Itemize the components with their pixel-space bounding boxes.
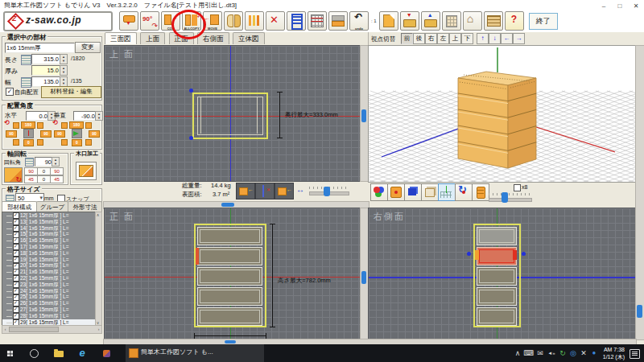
parts-list-item[interactable]: ✓13[ 1x6 15mm厚 ] L=: [2, 219, 96, 225]
cabinet-outline-front[interactable]: [194, 224, 266, 327]
material-view-button[interactable]: [472, 183, 489, 201]
quick-rotate-90-button[interactable]: 90: [24, 167, 38, 175]
parts-list-item[interactable]: ✓28[ 1x6 15mm厚 ] L=: [2, 313, 96, 319]
active-app-task-button[interactable]: 簡単木工作図ソフト も...: [126, 344, 264, 362]
tab-group[interactable]: グループ: [36, 201, 68, 212]
vertical-angle-dial[interactable]: ⟲ 180 90 90 0: [53, 121, 99, 145]
rotate-down-arrow[interactable]: ↓: [489, 33, 501, 44]
right-vscrollbar[interactable]: [635, 45, 644, 340]
part-outline-top[interactable]: [192, 93, 268, 139]
tray-mail-icon[interactable]: ✉: [535, 344, 546, 362]
start-button[interactable]: [0, 344, 19, 362]
exit-button[interactable]: 終了: [529, 13, 558, 30]
clock[interactable]: AM 7:38 1/12 (木): [589, 346, 625, 360]
internet-explorer-button[interactable]: e: [72, 344, 92, 362]
floor-grid-button[interactable]: [438, 183, 456, 201]
cortana-search-button[interactable]: [24, 344, 43, 362]
dial-90-left-button[interactable]: 90: [6, 130, 17, 138]
rotate-left-arrow[interactable]: ←: [501, 33, 513, 44]
drawer-front[interactable]: [197, 267, 262, 286]
part-name-field[interactable]: 1x6 15mm厚: [5, 43, 75, 53]
viewpoint-top-button[interactable]: 上: [449, 33, 461, 44]
drag-handle-left[interactable]: [475, 250, 479, 260]
dial-corner-button[interactable]: [85, 122, 92, 129]
rotate-up-arrow[interactable]: ↑: [477, 33, 489, 44]
undo-button[interactable]: undo: [349, 11, 369, 31]
free-place-checkbox[interactable]: ✓: [6, 88, 14, 96]
change-part-button[interactable]: 変更: [75, 42, 101, 53]
dial-corner-button[interactable]: [61, 139, 68, 146]
quick-rotate-45-button[interactable]: 45: [50, 175, 64, 183]
dial-0-button[interactable]: 0: [23, 139, 34, 146]
tray-close-icon[interactable]: ✕: [578, 344, 589, 362]
viewpoint-bottom-button[interactable]: 下: [461, 33, 473, 44]
side-view-canvas[interactable]: 右側面: [368, 208, 637, 340]
length-field[interactable]: 315.0: [31, 54, 61, 64]
thickness-stepper[interactable]: ▲▼: [60, 65, 68, 76]
dial-corner-button[interactable]: [13, 139, 19, 146]
dial-90-right-button[interactable]: 90: [89, 130, 100, 138]
dial-corner-button[interactable]: [37, 122, 43, 129]
parts-list[interactable]: ✓12[ 1x6 15mm厚 ] L= ✓13[ 1x6 15mm厚 ] L= …: [2, 212, 97, 326]
top-view-hscroll-handle[interactable]: [221, 203, 234, 207]
help-button[interactable]: [505, 11, 524, 31]
width-calc-icon[interactable]: [21, 77, 31, 88]
mirror-flip-button[interactable]: [224, 11, 243, 31]
rotate-right-arrow[interactable]: →: [513, 33, 525, 44]
tab-outline-dims[interactable]: 外形寸法: [68, 201, 102, 212]
selection-handle-dot[interactable]: [189, 136, 193, 140]
cabinet-outline-side[interactable]: [473, 224, 521, 327]
dial-corner-button[interactable]: [37, 139, 43, 146]
measure-button[interactable]: [387, 183, 405, 201]
parts-list-item[interactable]: ✓24[ 1x6 15mm厚 ] L=: [2, 288, 96, 294]
3d-zoom-slider-handle[interactable]: [502, 192, 508, 203]
copy-all-button[interactable]: ALLCOPY: [182, 11, 201, 31]
dial-0-button[interactable]: 0: [72, 139, 82, 146]
dial-90-right-button[interactable]: 90: [40, 130, 52, 138]
quick-rotate-90-button[interactable]: 90: [50, 167, 64, 175]
tab-part-structure[interactable]: 部材構成: [2, 201, 37, 212]
tab-right-side-view[interactable]: 右側面: [197, 32, 229, 44]
dial-180-button[interactable]: 180: [69, 121, 84, 129]
edge-processing-button[interactable]: [76, 162, 97, 180]
zoom-slider-handle[interactable]: [324, 187, 330, 196]
top-view-canvas[interactable]: 上 面 奥行最大=333.0mm: [104, 45, 361, 182]
parts-list-item[interactable]: ✓18[ 1x6 15mm厚 ] L=: [2, 250, 96, 257]
drawer-front[interactable]: [197, 307, 262, 326]
thickness-field[interactable]: 15.0: [31, 65, 61, 76]
solid-render-button[interactable]: [404, 183, 422, 201]
new-file-button[interactable]: [379, 11, 398, 31]
viewpoint-left-button[interactable]: 左: [437, 33, 449, 44]
tab-3d-view[interactable]: 立体図: [233, 32, 265, 44]
tray-sync-icon[interactable]: ↻: [557, 344, 568, 362]
parts-list-item[interactable]: ✓15[ 1x6 15mm厚 ] L=: [2, 231, 96, 237]
3d-zoom-slider-track[interactable]: [489, 198, 532, 202]
length-calc-icon[interactable]: [21, 55, 31, 65]
scroll-right-arrow[interactable]: ›: [97, 327, 101, 331]
tab-top-view[interactable]: 上面: [140, 32, 165, 44]
place-part-button[interactable]: [119, 11, 138, 31]
tray-volume-icon[interactable]: ◄»: [546, 344, 557, 362]
right-vscroll-handle[interactable]: [637, 305, 642, 318]
front-view-vscroll-handle[interactable]: [361, 271, 366, 284]
selected-drawer-side[interactable]: [477, 247, 517, 265]
delete-button[interactable]: [266, 11, 285, 31]
scroll-left-arrow[interactable]: ‹: [3, 327, 7, 331]
open-button[interactable]: [421, 11, 440, 31]
length-stepper[interactable]: ▲▼: [60, 54, 68, 64]
project-library-button[interactable]: [442, 11, 461, 31]
rotate-90-button[interactable]: 90°: [140, 11, 159, 31]
move-button[interactable]: MOVE: [203, 11, 222, 31]
home-button[interactable]: [463, 11, 482, 31]
dimension-arrows-icon[interactable]: ↔: [296, 185, 304, 194]
action-center-button[interactable]: [630, 349, 640, 359]
dial-180-button[interactable]: 180: [21, 121, 35, 129]
top-view-vscroll-handle[interactable]: [361, 109, 366, 122]
bottom-hscroll-handle[interactable]: [225, 340, 236, 343]
viewpoint-front-button[interactable]: 前: [401, 33, 413, 44]
color-mode-button[interactable]: [370, 183, 388, 201]
hscroll-handle[interactable]: [9, 327, 59, 332]
vertical-angle-field[interactable]: -90.0: [73, 111, 97, 121]
parts-list-hscrollbar[interactable]: ‹ ›: [2, 325, 102, 334]
parts-list-item[interactable]: ✓19[ 1x6 15mm厚 ] L=: [2, 257, 96, 263]
